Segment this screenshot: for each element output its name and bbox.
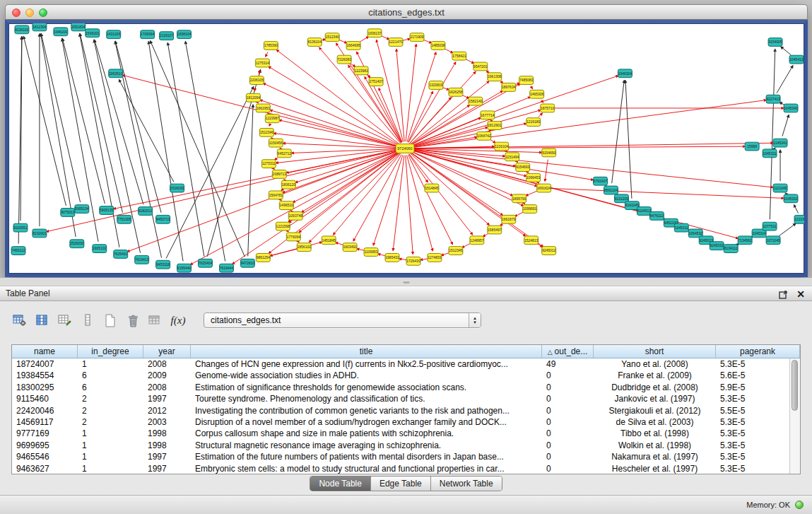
graph-edge[interactable] [281,200,281,201]
column-header-name[interactable]: name [12,345,78,358]
graph-edge[interactable] [486,71,489,73]
graph-edge[interactable] [263,83,399,146]
graph-edge[interactable] [334,154,401,235]
graph-edge[interactable] [794,205,798,214]
graph-edge[interactable] [524,204,525,204]
window-titlebar[interactable]: citations_edges.txt [5,4,808,20]
trash-icon[interactable] [123,311,143,329]
graph-edge[interactable] [770,49,775,219]
graph-edge[interactable] [269,125,270,126]
graph-edge[interactable] [378,254,386,256]
graph-edge[interactable] [95,40,143,204]
single-column-icon[interactable] [78,311,98,329]
graph-edge[interactable] [539,113,543,117]
graph-edge[interactable] [531,86,533,89]
graph-edge[interactable] [517,162,518,163]
tab-edge-table[interactable]: Edge Table [371,477,431,491]
graph-edge[interactable] [353,155,401,241]
graph-edge[interactable] [777,66,793,93]
column-header-short[interactable]: short [594,345,716,358]
graph-edge[interactable] [407,52,436,142]
graph-edge[interactable] [151,41,245,257]
table-row[interactable]: 1830029562008Estimation of significance … [12,382,789,393]
table-row[interactable]: 969969511998Structural magnetic resonanc… [12,440,789,451]
graph-edge[interactable] [167,42,204,256]
graph-edge[interactable] [500,223,503,226]
column-header-year[interactable]: year [143,345,191,358]
graph-edge[interactable] [625,81,632,199]
graph-edge[interactable] [41,34,80,202]
column-header-in-degree[interactable]: in_degree [78,345,143,358]
graph-edge[interactable] [148,41,183,261]
graph-edge[interactable] [490,119,491,121]
table-row[interactable]: 1872400712008Changes of HCN gene express… [12,358,789,370]
graph-edge[interactable] [490,139,495,143]
table-row[interactable]: 1938455462009Genome-wide association stu… [12,370,789,381]
graph-edge[interactable] [399,259,406,260]
graph-edge[interactable] [276,50,399,144]
graph-edge[interactable] [526,191,538,196]
network-canvas[interactable]: 9724060178539012753142206105181209416619… [8,23,804,274]
graph-edge[interactable] [545,160,548,182]
graph-edge[interactable] [410,153,489,226]
scrollbar-thumb[interactable] [792,360,798,411]
table-vertical-scrollbar[interactable] [789,358,800,474]
graph-edge[interactable] [185,41,225,261]
graph-edge[interactable] [423,40,431,42]
column-header-title[interactable]: title [191,345,542,358]
graph-edge[interactable] [528,173,529,173]
graph-edge[interactable] [254,87,255,90]
graph-edge[interactable] [441,253,449,256]
table-edit-icon[interactable] [55,311,75,329]
graph-edge[interactable] [483,233,488,237]
graph-edge[interactable] [281,189,283,190]
graph-edge[interactable] [466,59,474,64]
graph-edge[interactable] [412,110,541,147]
graph-edge[interactable] [270,242,322,255]
graph-edge[interactable] [782,115,789,136]
graph-edge[interactable] [266,52,268,57]
graph-edge[interactable] [80,33,122,212]
float-panel-icon[interactable] [778,289,788,299]
table-row[interactable]: 946362711997Embryonic stem cells: a mode… [12,463,789,474]
zoom-window-button[interactable] [39,8,47,17]
graph-edge[interactable] [500,81,503,83]
graph-edge[interactable] [779,223,796,236]
graph-edge[interactable] [442,88,449,90]
graph-edge[interactable] [299,153,399,233]
graph-edge[interactable] [360,37,369,42]
graph-edge[interactable] [403,39,411,40]
splitter-grip[interactable] [403,281,410,284]
graph-edge[interactable] [319,47,401,143]
graph-edge[interactable] [462,243,471,247]
table-row[interactable]: 946554611997Estimation of the future num… [12,451,789,462]
table-select-dropdown[interactable]: citations_edges.txt ▲▼ [204,313,481,328]
column-visibility-icon[interactable] [33,311,52,329]
graph-edge[interactable] [357,249,365,250]
graph-edge[interactable] [420,259,428,260]
table-row[interactable]: 1456911722003Disruption of a novel membe… [12,416,789,428]
graph-edge[interactable] [412,149,773,187]
new-document-icon[interactable] [100,311,120,329]
graph-edge[interactable] [393,156,404,251]
graph-edge[interactable] [407,155,433,250]
graph-edge[interactable] [785,193,786,194]
graph-edge[interactable] [273,169,274,170]
table-row[interactable]: 977716911998Corpus callosum shape and si… [12,428,789,439]
table-row[interactable]: 2242004622012Investigating the contribut… [12,405,789,416]
graph-edge[interactable] [119,79,174,182]
graph-edge[interactable] [381,36,389,40]
function-builder-icon[interactable]: f(x) [168,311,188,329]
minimize-window-button[interactable] [25,8,34,17]
graph-edge[interactable] [288,231,288,232]
graph-edge[interactable] [406,156,413,255]
graph-edge[interactable] [298,242,299,243]
graph-edge[interactable] [515,212,524,216]
column-header-pagerank[interactable]: pagerank [716,345,800,358]
tab-node-table[interactable]: Node Table [310,477,371,491]
graph-edge[interactable] [775,148,775,148]
graph-edge[interactable] [295,151,399,182]
column-header-out-degree[interactable]: △out_de... [542,345,594,358]
table-row[interactable]: 911546021997Tourette syndrome. Phenomeno… [12,393,789,404]
tab-network-table[interactable]: Network Table [431,477,502,491]
